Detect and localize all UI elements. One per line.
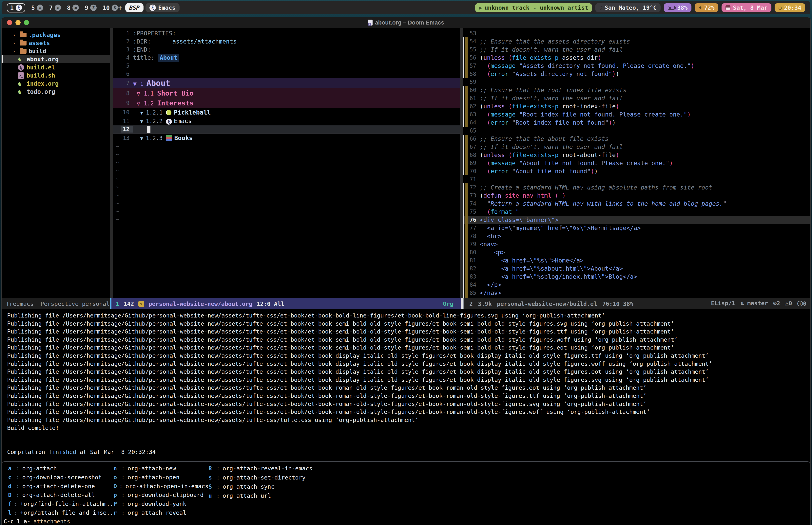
keybinding-p[interactable]: p:org-download-clipboard [113,492,208,500]
keybinding-u[interactable]: u:org-attach-url [208,492,313,501]
keybinding-n[interactable]: n:org-attach-new [113,465,208,474]
keybinding-D[interactable]: D:org-attach-delete-all [8,492,113,500]
window-divider[interactable] [460,28,463,298]
keybinding-f[interactable]: f:+org/find-file-in-attachm.. [8,500,113,509]
org-line-9[interactable]: 9 ▽ 1.2 Interests [113,98,460,108]
org-line-1[interactable]: 1:PROPERTIES: [113,29,460,38]
keybinding-O[interactable]: O:org-attach-open-in-emacs [113,483,208,492]
code-line-76[interactable]: 76<div class=\"banner\"> [463,216,810,224]
code-line-81[interactable]: 81 <a href=\"%s\">Home</a> [463,256,810,265]
keybinding-s[interactable]: s:org-attach-set-directory [208,474,313,483]
workspace-5[interactable]: 5◉ [31,4,43,11]
keybinding-S[interactable]: S:org-attach-sync [208,483,313,492]
git-gutter-mark [463,167,468,175]
tree-item-.packages[interactable]: ›.packages [2,31,110,39]
tree-item-build.el[interactable]: ξbuild.el [2,63,110,71]
code-line-75[interactable]: 75 (format " [463,208,810,216]
workspace-7[interactable]: 7◉ [49,4,61,11]
chevron-right-icon[interactable]: › [13,40,20,46]
org-line-2[interactable]: 2:DIR: assets/attachments [113,38,460,45]
workspace-1[interactable]: 1ξ [7,3,25,13]
keybinding-o[interactable]: o:org-attach-open [113,474,208,483]
org-line-3[interactable]: 3:END: [113,45,460,54]
code-line-80[interactable]: 80 <p> [463,248,810,256]
code-line-86[interactable]: 86</div>" site-root site-root site-root … [463,297,810,298]
org-line-10[interactable]: 10 ▼ 1.2.1 Pickleball [113,108,460,117]
status-pill-date[interactable]: Sat, 8 Mar [722,3,771,12]
keybinding-l[interactable]: l:+org/attach-file-and-inse.. [8,509,113,518]
code-line-57[interactable]: 57 (message "Assets directory not found.… [463,62,810,70]
code-line-54[interactable]: 54;; Ensure that the assets directory ex… [463,38,810,45]
org-line-4[interactable]: 4title: About [113,54,460,62]
code-line-78[interactable]: 78 <hr> [463,232,810,240]
org-line-8[interactable]: 8 ▽ 1.1 Short Bio [113,88,460,98]
code-line-85[interactable]: 85</nav> [463,289,810,297]
code-line-71[interactable]: 71 [463,175,810,183]
keybinding-c[interactable]: c:org-download-screenshot [8,474,113,483]
code-line-74[interactable]: 74 "Return a standard HTML nav with link… [463,199,810,208]
code-line-69[interactable]: 69 (message "About file not found. Pleas… [463,159,810,167]
code-line-68[interactable]: 68(unless (file-exists-p root-about-file… [463,151,810,159]
code-line-84[interactable]: 84 </p> [463,281,810,289]
git-branch[interactable]: ⇅ master [740,300,768,308]
zoom-button[interactable] [24,20,29,25]
status-pill-clock[interactable]: ◷20:34 [774,3,805,12]
code-line-70[interactable]: 70 (error "About file not found")) [463,167,810,175]
chevron-right-icon[interactable]: › [13,48,20,54]
inactive-window-bar [463,298,464,310]
tree-item-about.org[interactable]: ♞about.org [2,55,110,63]
workspace-10[interactable]: 10S [103,4,118,11]
code-line-63[interactable]: 63 (message "Root index file not found. … [463,110,810,119]
focused-app-pill[interactable]: ξEmacs [145,3,179,12]
keybinding-r[interactable]: r:org-attach-reveal [113,509,208,518]
code-line-62[interactable]: 62(unless (file-exists-p root-index-file… [463,102,810,110]
minimize-button[interactable] [15,20,20,25]
code-line-67[interactable]: 67;; If it doesn't, warn the user and fa… [463,143,810,151]
code-line-59[interactable]: 59 [463,78,810,86]
status-pill-weather[interactable]: ☽San Mateo, 19°C [595,3,661,12]
window-divider[interactable] [110,28,113,298]
code-token: root-about-file [559,151,615,159]
tree-item-index.org[interactable]: ♞index.org [2,79,110,88]
code-line-55[interactable]: 55;; If it doesn't, warn the user and fa… [463,45,810,54]
keybinding-d[interactable]: d:org-attach-delete-one [8,483,113,492]
tree-item-assets[interactable]: ›assets [2,39,110,47]
scrollbar-thumb[interactable] [461,298,463,310]
keybinding-P[interactable]: P:org-download-yank [113,500,208,509]
keybinding-a[interactable]: a:org-attach [8,465,113,474]
status-pill-humidity[interactable]: ♦72% [695,3,719,12]
code-line-83[interactable]: 83 <a href=\"%sblog/index.html\">Blog</a… [463,273,810,281]
code-line-56[interactable]: 56(unless (file-exists-p assets-dir) [463,54,810,62]
status-pill-battery[interactable]: 38% [664,3,692,12]
code-line-58[interactable]: 58 (error "Assets directory not found")) [463,70,810,78]
close-button[interactable] [7,20,12,25]
org-line-6[interactable]: 6 [113,70,460,78]
workspace-9[interactable]: 9Z [85,4,97,11]
tree-item-build.sh[interactable]: >_build.sh [2,71,110,79]
tree-item-build[interactable]: ›build [2,47,110,55]
code-line-82[interactable]: 82 <a href=\"%sabout.html\">About</a> [463,265,810,273]
org-line-11[interactable]: 11 ▼ 1.2.2 ξEmacs [113,117,460,125]
layout-mode-pill[interactable]: BSP [125,3,144,12]
org-line-13[interactable]: 13 ▼ 1.2.3 Books [113,134,460,142]
code-line-66[interactable]: 66;; Ensure that the about file exists [463,135,810,143]
org-line-7[interactable]: 7▼ 1 About [113,78,460,88]
code-line-79[interactable]: 79<nav> [463,240,810,248]
code-line-64[interactable]: 64 (error "Root index file not found")) [463,119,810,126]
code-line-77[interactable]: 77 <a id=\"myname\" href=\"%s\">Hermitsa… [463,224,810,232]
add-workspace-button[interactable]: + [118,4,122,12]
code-line-72[interactable]: 72;; Create a standard HTML nav using ab… [463,183,810,192]
code-line-61[interactable]: 61;; If it doesn't, warn the user and fa… [463,94,810,102]
chevron-right-icon[interactable]: › [13,32,20,38]
status-pill-now-playing[interactable]: ▶unknown track - unknown artist [475,3,592,12]
code-token: message [491,62,516,69]
org-line-12[interactable]: 12 [113,125,460,134]
code-line-53[interactable]: 53 [463,29,810,38]
code-line-73[interactable]: 73(defun site-nav-html (_) [463,192,810,199]
keybinding-R[interactable]: R:org-attach-reveal-in-emacs [208,465,313,474]
code-line-65[interactable]: 65 [463,126,810,135]
workspace-8[interactable]: 8● [67,4,79,11]
org-line-5[interactable]: 5 [113,62,460,70]
tree-item-todo.org[interactable]: ♞todo.org [2,88,110,96]
code-line-60[interactable]: 60;; Ensure that the root index file exi… [463,86,810,94]
